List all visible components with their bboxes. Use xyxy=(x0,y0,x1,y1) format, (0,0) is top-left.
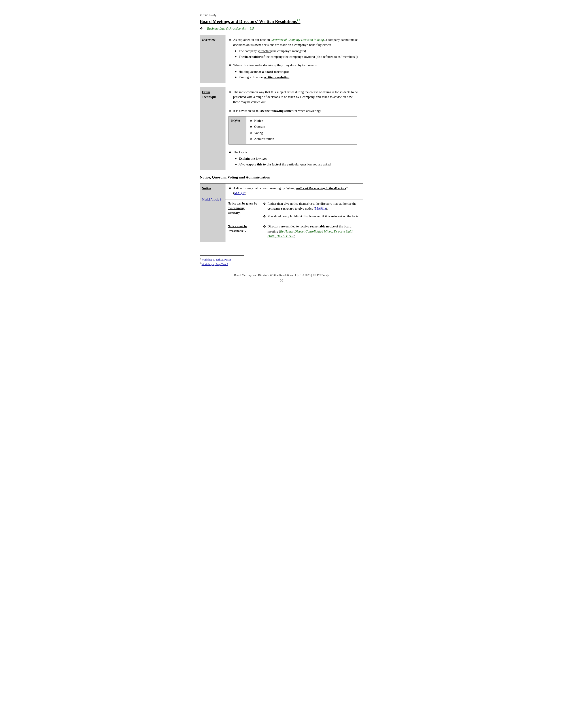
overview-bullet-list-2: Holding a vote at a board meeting; or Pa… xyxy=(235,69,360,80)
notice-content: ❖ A director may call a board meeting by… xyxy=(225,183,363,242)
diamond-icon: ❖ xyxy=(228,38,231,43)
nqva-notice: ❖ Notice xyxy=(249,118,354,124)
exam-technique-label: Exam Technique xyxy=(200,87,225,170)
diamond-icon-2: ❖ xyxy=(228,63,231,68)
notice-must-be-label: Notice must be "reasonable". xyxy=(225,222,259,242)
overview-label: Overview xyxy=(200,35,225,83)
notice-can-be-content: ❖ Rather than give notice themselves, th… xyxy=(259,199,363,222)
footnote-1-link[interactable]: Workshop 3, Task A, Part B xyxy=(201,258,231,261)
notice-label-text: Notice xyxy=(202,186,223,191)
diamond-icon-6: ❖ xyxy=(228,186,231,191)
overview-para1: ❖ As explained in our note on Overview o… xyxy=(228,37,360,47)
footnotes: 1 Workshop 3, Task A, Part B 2 Workshop … xyxy=(200,255,244,266)
notice-top-row: ❖ A director may call a board meeting by… xyxy=(225,184,363,199)
notice-can-be-label: Notice can be given by the company secre… xyxy=(225,199,259,222)
page-wrapper: © LPC Buddy Board Meetings and Directors… xyxy=(200,13,363,283)
diamond-icon-7: ❖ xyxy=(263,201,266,206)
ma9-link-1[interactable]: MA9(1) xyxy=(315,207,326,210)
exam-para2: ❖ It is advisable to follow the followin… xyxy=(228,108,360,114)
footnote-2-link[interactable]: Workshop 4, Prep Task 2 xyxy=(201,263,228,266)
nqva-content: ❖ Notice ❖ Quorum ❖ Voting ❖ Administrat… xyxy=(246,116,357,144)
nqva-label: NQVA xyxy=(229,116,246,144)
key-bullets-list: Explain the law, and Always apply this t… xyxy=(235,156,360,167)
diamond-icon-9: ❖ xyxy=(263,224,266,229)
notice-label-cell: Notice Model Article 9 xyxy=(200,183,225,242)
footer-bar: Board Meetings and Director's Written Re… xyxy=(200,273,363,277)
key-bullet-explain: Explain the law, and xyxy=(235,156,360,161)
footnote-1: 1 Workshop 3, Task A, Part B xyxy=(200,257,244,262)
overview-section: Overview ❖ As explained in our note on O… xyxy=(200,35,363,83)
superscript-2: 2 xyxy=(299,19,301,22)
overview-link[interactable]: Overview of Company Decision Making xyxy=(271,38,324,41)
nqva-quorum: ❖ Quorum xyxy=(249,124,354,129)
exam-para3: ❖ The key is to: xyxy=(228,150,360,155)
overview-bullet-resolution: Passing a directors' written resolution. xyxy=(235,75,360,80)
notice-must-be-content: ❖ Directors are entitled to receive reas… xyxy=(259,222,363,242)
exam-technique-section: Exam Technique ❖ The most common way tha… xyxy=(200,87,363,170)
notice-sub-table: Notice can be given by the company secre… xyxy=(225,199,363,242)
page-number: 36 xyxy=(200,278,363,283)
exam-technique-content: ❖ The most common way that this subject … xyxy=(225,87,363,170)
diamond-icon-3: ❖ xyxy=(228,90,231,95)
follow-structure-text: follow the following structure xyxy=(256,109,297,113)
overview-para2: ❖ Where directors make decisions, they m… xyxy=(228,63,360,68)
copyright: © LPC Buddy xyxy=(200,13,363,18)
overview-bullet-shareholders: The shareholders of the company (the com… xyxy=(235,54,360,59)
case-link[interactable]: Re Homer District Consolidated Mines, Ex… xyxy=(267,230,354,238)
diamond-icon-4: ❖ xyxy=(228,109,231,114)
main-title: Board Meetings and Directors' Written Re… xyxy=(200,18,363,25)
superscript-1: 1 xyxy=(297,19,299,22)
nqva-table: NQVA ❖ Notice ❖ Quorum ❖ Voting xyxy=(228,116,357,144)
key-bullet-apply: Always apply this to the facts of the pa… xyxy=(235,162,360,167)
model-article-link[interactable]: Model Article 9 xyxy=(202,198,221,201)
diamond-icon-8: ❖ xyxy=(263,214,266,219)
nqva-administration: ❖ Administration xyxy=(249,136,354,142)
notice-sub-row-1: Notice can be given by the company secre… xyxy=(225,199,363,222)
notice-section: Notice Model Article 9 ❖ A director may … xyxy=(200,183,363,242)
footnote-2: 2 Workshop 4, Prep Task 2 xyxy=(200,262,244,266)
overview-bullet-list-1: The company's directors (the company's m… xyxy=(235,49,360,59)
subtitle-diamond: ❖ xyxy=(200,26,203,31)
diamond-icon-5: ❖ xyxy=(228,150,231,155)
notice-section-heading: Notice, Quorum, Voting and Administratio… xyxy=(200,174,363,180)
subtitle-link[interactable]: Business Law & Practice, 8.4 – 8.5 xyxy=(207,27,254,30)
overview-content: ❖ As explained in our note on Overview o… xyxy=(225,35,363,83)
ma9-link-top[interactable]: MA9(1) xyxy=(234,191,245,195)
nqva-voting: ❖ Voting xyxy=(249,130,354,136)
exam-para1: ❖ The most common way that this subject … xyxy=(228,90,360,105)
overview-bullet-vote: Holding a vote at a board meeting; or xyxy=(235,69,360,74)
overview-bullet-directors: The company's directors (the company's m… xyxy=(235,49,360,54)
notice-sub-row-2: Notice must be "reasonable". ❖ Directors… xyxy=(225,222,363,242)
